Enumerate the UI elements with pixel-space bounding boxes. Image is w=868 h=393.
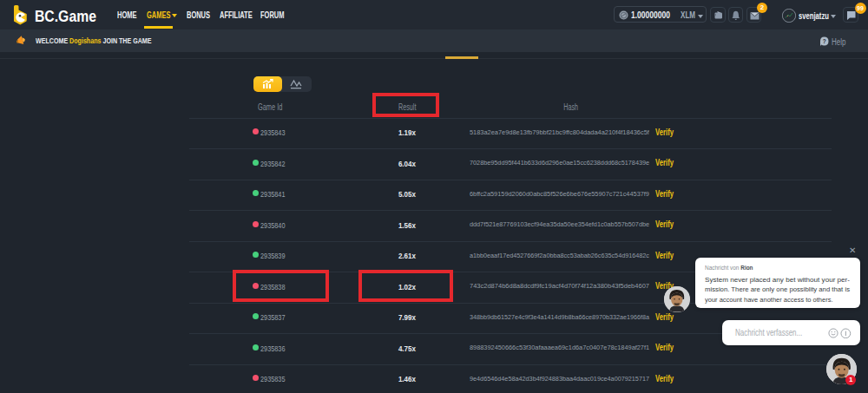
svg-text:?: ? — [823, 38, 826, 44]
